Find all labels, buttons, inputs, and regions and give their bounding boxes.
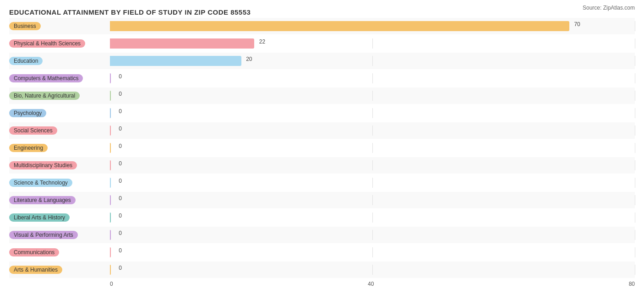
bar-label: Bio, Nature & Agricultural xyxy=(9,92,110,100)
bar-row: Liberal Arts & History0 xyxy=(9,209,635,226)
bar-wrap: 0 xyxy=(110,108,635,118)
bar-fill: 0 xyxy=(110,125,111,136)
bar-label: Liberal Arts & History xyxy=(9,213,110,222)
page-container: EDUCATIONAL ATTAINMENT BY FIELD OF STUDY… xyxy=(9,5,635,287)
bar-label: Literature & Languages xyxy=(9,196,110,204)
bar-row: Social Sciences0 xyxy=(9,122,635,139)
bar-fill: 0 xyxy=(110,247,111,257)
bar-row: Science & Technology0 xyxy=(9,174,635,191)
bar-fill: 0 xyxy=(110,108,111,118)
bar-row: Education20 xyxy=(9,53,635,69)
bar-value-label: 0 xyxy=(119,125,122,132)
bar-wrap: 0 xyxy=(110,91,635,101)
bar-row: Multidisciplinary Studies0 xyxy=(9,157,635,174)
bar-row: Communications0 xyxy=(9,244,635,261)
bar-label: Arts & Humanities xyxy=(9,266,110,274)
bar-row: Business70 xyxy=(9,18,635,34)
bar-fill: 20 xyxy=(110,56,241,66)
bar-value-label: 0 xyxy=(119,247,122,254)
bar-label: Education xyxy=(9,57,110,65)
bars-container: Business70Physical & Health Sciences22Ed… xyxy=(9,18,635,278)
bar-row: Arts & Humanities0 xyxy=(9,262,635,278)
bar-value-label: 0 xyxy=(119,91,122,97)
bar-wrap: 0 xyxy=(110,160,635,170)
bar-label: Computers & Mathematics xyxy=(9,74,110,82)
bar-value-label: 0 xyxy=(119,230,122,236)
bar-value-label: 0 xyxy=(119,160,122,167)
bar-wrap: 0 xyxy=(110,195,635,205)
bar-row: Psychology0 xyxy=(9,105,635,121)
bar-fill: 0 xyxy=(110,73,111,83)
bar-fill: 0 xyxy=(110,265,111,275)
bar-row: Physical & Health Sciences22 xyxy=(9,35,635,52)
bar-fill: 0 xyxy=(110,178,111,188)
bar-wrap: 22 xyxy=(110,38,635,49)
bar-row: Literature & Languages0 xyxy=(9,192,635,208)
bar-row: Engineering0 xyxy=(9,140,635,156)
bar-label: Business xyxy=(9,22,110,30)
bar-value-label: 0 xyxy=(119,213,122,219)
bar-fill: 0 xyxy=(110,230,111,240)
bar-value-label: 70 xyxy=(574,21,580,27)
bar-wrap: 70 xyxy=(110,21,635,31)
bar-label: Physical & Health Sciences xyxy=(9,39,110,48)
bar-value-label: 20 xyxy=(246,56,252,62)
bar-wrap: 0 xyxy=(110,213,635,223)
bar-fill: 0 xyxy=(110,91,111,101)
bar-wrap: 0 xyxy=(110,230,635,240)
bar-row: Bio, Nature & Agricultural0 xyxy=(9,87,635,104)
bar-label: Science & Technology xyxy=(9,179,110,187)
x-label-80: 80 xyxy=(629,281,635,287)
bar-wrap: 20 xyxy=(110,56,635,66)
bar-wrap: 0 xyxy=(110,265,635,275)
bar-wrap: 0 xyxy=(110,73,635,83)
x-label-0: 0 xyxy=(110,281,113,287)
bar-value-label: 22 xyxy=(259,38,265,45)
bar-value-label: 0 xyxy=(119,108,122,115)
bar-wrap: 0 xyxy=(110,178,635,188)
bar-fill: 0 xyxy=(110,160,111,170)
source-label: Source: ZipAtlas.com xyxy=(583,5,635,11)
chart-title: EDUCATIONAL ATTAINMENT BY FIELD OF STUDY… xyxy=(9,8,251,16)
bar-label: Engineering xyxy=(9,144,110,152)
bar-label: Social Sciences xyxy=(9,126,110,135)
x-axis: 0 40 80 xyxy=(110,281,635,287)
bar-value-label: 0 xyxy=(119,265,122,271)
bar-fill: 0 xyxy=(110,195,111,205)
bar-fill: 0 xyxy=(110,143,111,153)
bar-value-label: 0 xyxy=(119,195,122,202)
bar-wrap: 0 xyxy=(110,143,635,153)
bar-fill: 0 xyxy=(110,213,111,223)
x-axis-labels: 0 40 80 xyxy=(110,281,635,287)
bar-value-label: 0 xyxy=(119,143,122,149)
bar-row: Computers & Mathematics0 xyxy=(9,70,635,87)
bar-row: Visual & Performing Arts0 xyxy=(9,227,635,243)
bar-label: Communications xyxy=(9,248,110,256)
x-label-40: 40 xyxy=(368,281,374,287)
bar-value-label: 0 xyxy=(119,178,122,184)
bar-wrap: 0 xyxy=(110,125,635,136)
bar-fill: 22 xyxy=(110,38,254,49)
bar-fill: 70 xyxy=(110,21,569,31)
chart-area: Business70Physical & Health Sciences22Ed… xyxy=(9,18,635,287)
bar-value-label: 0 xyxy=(119,73,122,80)
bar-label: Multidisciplinary Studies xyxy=(9,161,110,169)
bar-wrap: 0 xyxy=(110,247,635,257)
bar-label: Psychology xyxy=(9,109,110,117)
bar-label: Visual & Performing Arts xyxy=(9,231,110,239)
